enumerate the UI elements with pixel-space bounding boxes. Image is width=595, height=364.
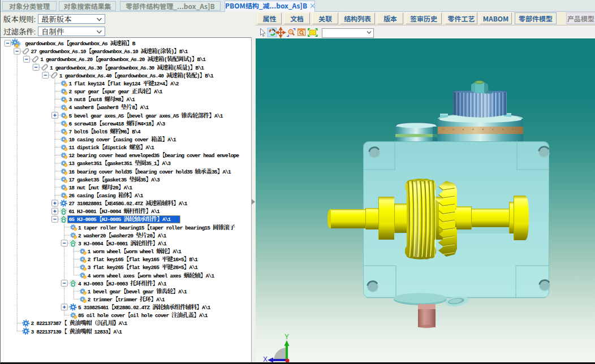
svg-text:1 taper roller bearing15【taper: 1 taper roller bearing15【taper roller be…: [78, 224, 235, 231]
svg-text:26 casing【casing 箱体】A\1: 26 casing【casing 箱体】A\1: [68, 192, 143, 199]
svg-text:4 HJ-0003【HJ-0003 托环组件】A\1: 4 HJ-0003【HJ-0003 托环组件】A\1: [78, 280, 167, 287]
svg-text:6 screw418【screw418 螺钉M4×18】A\: 6 screw418【screw418 螺钉M4×18】A\3: [68, 120, 165, 127]
svg-text:2 spur gear【spur gear 正齿轮】A\1: 2 spur gear【spur gear 正齿轮】A\1: [68, 88, 162, 95]
svg-text:16 bearing cover hold35【bearin: 16 bearing cover hold35【bearing cover ho…: [68, 168, 231, 175]
svg-text:13 gasket351【gasket351 垫圈35_1】: 13 gasket351【gasket351 垫圈35_1】A\3: [68, 160, 171, 167]
svg-text:65 HJ-0005【HJ-0005 涡轮轴承组件】A\1: 65 HJ-0005【HJ-0005 涡轮轴承组件】A\1: [68, 215, 171, 223]
svg-text:1 flat key124【flat key124 平键12: 1 flat key124【flat key124 平键12×4】A\2: [68, 80, 179, 87]
svg-text:geardownbox_As【geardownbox_As: geardownbox_As【geardownbox_As 减速箱】B: [25, 40, 136, 47]
svg-text:1 worm wheel【worm wheel 蜗轮】A\1: 1 worm wheel【worm wheel 蜗轮】A\1: [88, 248, 182, 255]
svg-text:4 washer8【washer8 垫片8】A\1: 4 washer8【washer8 垫片8】A\1: [68, 103, 149, 111]
svg-text:17 gasket35【gasket35 垫圈35】A\3: 17 gasket35【gasket35 垫圈35】A\3: [68, 176, 160, 183]
svg-text:3 HJ-0004【HJ-0001 涡轮组件】A\1: 3 HJ-0004【HJ-0001 涡轮组件】A\1: [78, 240, 167, 247]
svg-text:1 geardownbox_As.40【geardownbo: 1 geardownbox_As.40【geardownbox_As.40 减速…: [59, 72, 214, 79]
svg-text:2 trimmer【trimmer 托环】A\1: 2 trimmer【trimmer 托环】A\1: [88, 296, 165, 303]
svg-text:X: X: [263, 356, 268, 362]
svg-text:3 nut8【nut8 螺母M8】A\1: 3 nut8【nut8 螺母M8】A\1: [68, 96, 135, 103]
svg-text:7 bolt6【bolt6 螺栓M6】B\4: 7 bolt6【bolt6 螺栓M6】B\4: [68, 128, 141, 135]
svg-text:3 flat key265【flat key265 平键26: 3 flat key265【flat key265 平键26×5】A\1: [88, 263, 198, 271]
svg-text:4 worm wheel axes【worm wheel a: 4 worm wheel axes【worm wheel axes 蜗轮轴】A\…: [88, 272, 215, 279]
svg-text:85 oil hole cover【oil hole cov: 85 oil hole cover【oil hole cover 注油孔盖】A\…: [78, 311, 208, 319]
svg-text:2 washer20【washer20 垫片20】A\1: 2 washer20【washer20 垫片20】A\1: [78, 232, 167, 239]
svg-text:3 822137139【 黄油嘴帽 12833】A\1: 3 822137139【 黄油嘴帽 12833】A\1: [31, 328, 123, 335]
svg-text:27 geardownbox_As.10【geardownb: 27 geardownbox_As.10【geardownbox_As.10 减…: [31, 47, 188, 55]
svg-text:1 geardownbox_As.20【geardownbo: 1 geardownbox_As.20【geardownbox_As.20 减速…: [40, 55, 206, 63]
svg-text:2 822137387【 黄油嘴帽（沉孔用）】A\1: 2 822137387【 黄油嘴帽（沉孔用）】A\1: [31, 319, 128, 327]
svg-text:12 bearing cover head envelope: 12 bearing cover head enveloped35【bearin…: [68, 152, 239, 159]
svg-text:5 310825461【XE288G.02.4TZ 涡轮轴承: 5 310825461【XE288G.02.4TZ 涡轮轴承组件辅料】A\1: [78, 304, 211, 311]
svg-text:1 bevel gear【bevel gear 锥齿轮】A\: 1 bevel gear【bevel gear 锥齿轮】A\1: [88, 288, 187, 295]
svg-text:2 flat key165【flat key165 平键16: 2 flat key165【flat key165 平键16×5】B\1: [88, 255, 198, 263]
svg-text:5 bevel gear axes_AS【bevel gea: 5 bevel gear axes_AS【bevel gear axes_AS …: [68, 112, 223, 119]
svg-text:1 geardownbox_As.30【geardownbo: 1 geardownbox_As.30【geardownbox_As.30 减速…: [50, 64, 204, 71]
svg-text:Y: Y: [284, 333, 289, 341]
svg-text:10 casing cover【casing cover 箱: 10 casing cover【casing cover 箱盖】A\1: [68, 136, 176, 143]
svg-text:61 HJ-0001【HJ-0004 蜗杆组件】A\1: 61 HJ-0001【HJ-0004 蜗杆组件】A\1: [68, 207, 160, 215]
svg-text:11 dipstick【dipstick 螺塞】A\1: 11 dipstick【dipstick 螺塞】A\1: [68, 144, 154, 151]
svg-text:18 nut【nut 螺母20】A\1: 18 nut【nut 螺母20】A\1: [68, 184, 132, 191]
svg-text:27 310828801【XE458G.02.4TZ 减速箱: 27 310828801【XE458G.02.4TZ 减速箱辅料】A\1: [68, 200, 187, 207]
